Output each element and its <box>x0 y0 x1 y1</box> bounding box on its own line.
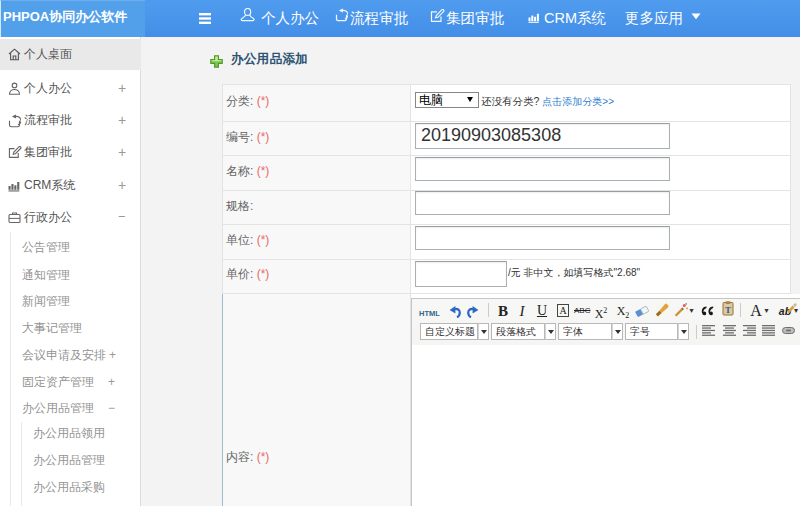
svg-text:T: T <box>725 305 731 315</box>
